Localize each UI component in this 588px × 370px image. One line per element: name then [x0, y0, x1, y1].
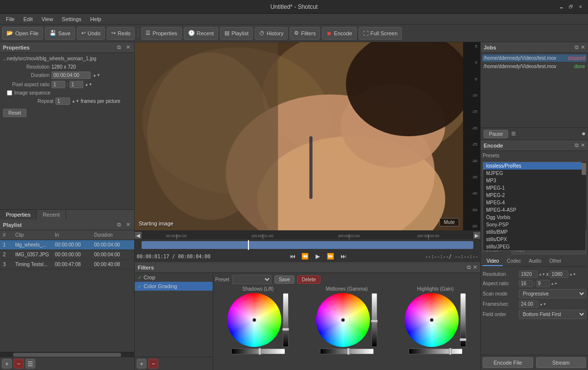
encode-res-h-arrows[interactable]: ▲▼ [569, 272, 576, 276]
save-preset-btn[interactable]: Save [274, 275, 294, 284]
filters-close-btn[interactable]: ✕ [473, 264, 477, 271]
transport-next-btn[interactable]: ⏩ [326, 251, 336, 261]
preset-mp3[interactable]: MP3 [483, 177, 586, 184]
minimize-btn[interactable]: 🗕 [558, 3, 564, 10]
transport-play-btn[interactable]: ▶ [313, 251, 323, 261]
encode-aspect-arrows[interactable]: ▲▼ [551, 282, 558, 285]
presets-scrollbar-thumb[interactable] [582, 163, 586, 175]
playlist-scrollbar[interactable] [0, 352, 134, 357]
menu-file[interactable]: File [2, 15, 19, 23]
fullscreen-button[interactable]: ⛶ Full Screen [359, 27, 402, 40]
tab-recent[interactable]: Recent [37, 210, 66, 220]
encode-fps-input[interactable] [519, 300, 539, 308]
pause-button[interactable]: Pause [484, 130, 508, 138]
job-item-2[interactable]: /home/ddennedy/Videos/test.mov done [482, 63, 587, 70]
encode-res-w-arrows[interactable]: ▲▼ [539, 272, 545, 276]
preset-jpeg[interactable]: stills/JPEG [483, 243, 586, 250]
highlights-hue-slider[interactable] [409, 348, 463, 354]
playlist-add-btn[interactable]: + [2, 359, 12, 369]
transport-end-btn[interactable]: ⏭ [339, 251, 348, 261]
preset-select[interactable] [232, 275, 271, 284]
tab-properties[interactable]: Properties [0, 210, 37, 220]
duration-input[interactable] [51, 72, 91, 79]
preset-mpeg4[interactable]: MPEG-4 [483, 199, 586, 206]
playlist-float-btn[interactable]: ⧉ [116, 222, 122, 228]
menu-help[interactable]: Help [86, 15, 105, 23]
encode-aspect-w[interactable] [519, 280, 533, 287]
jobs-close-btn[interactable]: ✕ [581, 44, 585, 50]
jobs-menu-btn[interactable]: ≡ [511, 129, 515, 138]
close-btn[interactable]: ✕ [577, 3, 584, 10]
playlist-remove-btn[interactable]: − [14, 359, 24, 369]
filters-button[interactable]: ⚙ Filters [290, 27, 320, 40]
redo-button[interactable]: ↪ Redo [107, 27, 135, 40]
recent-button[interactable]: 🕐 Recent [184, 27, 219, 40]
timeline-left-btn[interactable]: ◀ [135, 232, 142, 239]
filter-item-color-grading[interactable]: ✓ Color Grading [135, 282, 213, 291]
encode-tab-codec[interactable]: Codec [503, 257, 525, 266]
transport-prev-btn[interactable]: ⏪ [300, 251, 310, 261]
preset-bmp[interactable]: stills/BMP [483, 228, 586, 236]
reset-button[interactable]: Reset [3, 109, 26, 117]
image-sequence-checkbox[interactable] [7, 90, 12, 96]
repeat-input[interactable] [55, 98, 70, 105]
playlist-close-btn[interactable]: ✕ [124, 222, 131, 228]
encode-tab-video[interactable]: Video [483, 257, 503, 266]
delete-preset-btn[interactable]: Delete [297, 275, 320, 284]
jobs-float-btn[interactable]: ⧉ [575, 44, 579, 50]
timeline-right-btn[interactable]: ▶ [473, 232, 480, 239]
encode-field-order-select[interactable]: Bottom Field First [519, 310, 586, 319]
playlist-menu-btn[interactable]: ☰ [25, 359, 35, 369]
presets-scrollbar[interactable] [582, 162, 586, 230]
preset-mpeg4asp[interactable]: MPEG-4-ASP [483, 206, 586, 214]
filter-item-crop[interactable]: ✓ Crop [135, 273, 213, 282]
encode-tab-other[interactable]: Other [545, 257, 565, 266]
list-item[interactable]: 3 Timing Testsl... 00:00:47:08 00:00:40:… [0, 260, 134, 270]
preset-mpeg1[interactable]: MPEG-1 [483, 184, 586, 192]
midtones-brightness-slider[interactable] [371, 293, 377, 347]
encode-tab-audio[interactable]: Audio [525, 257, 545, 266]
properties-close-btn[interactable]: ✕ [124, 44, 131, 51]
stream-button[interactable]: Stream [536, 357, 587, 368]
list-item[interactable]: 1 blg_wheels_... 00:00:00:00 00:00:04:00 [0, 240, 134, 250]
playlist-button[interactable]: ▤ Playlist [220, 27, 253, 40]
history-button[interactable]: ⏱ History [255, 27, 288, 40]
midtones-hue-slider[interactable] [320, 348, 374, 354]
timeline-track[interactable] [142, 241, 473, 249]
menu-edit[interactable]: Edit [20, 15, 37, 23]
filters-float-btn[interactable]: ⧉ [467, 264, 471, 271]
pixel-aspect-h-input[interactable] [70, 81, 83, 88]
undo-button[interactable]: ↩ Undo [77, 27, 105, 40]
preset-lossless[interactable]: lossless/ProRes [483, 162, 586, 170]
presets-list[interactable]: lossless/ProRes MJPEG MP3 MPEG-1 MPEG-2 … [483, 162, 586, 251]
save-button[interactable]: 💾 Save [45, 27, 75, 40]
preset-dpx[interactable]: stills/DPX [483, 236, 586, 243]
filter-add-btn[interactable]: + [137, 359, 147, 369]
encode-close-btn[interactable]: ✕ [581, 142, 585, 148]
pixel-aspect-arrows[interactable]: ▲▼ [85, 82, 93, 87]
highlights-brightness-slider[interactable] [460, 293, 466, 347]
encode-button[interactable]: ⏺ Encode [322, 27, 356, 40]
properties-button[interactable]: ☰ Properties [141, 27, 181, 40]
duration-spinner-up[interactable]: ▲▼ [93, 73, 100, 77]
shadows-wheel-wrapper[interactable] [227, 293, 281, 347]
job-item-1[interactable]: /home/ddennedy/Videos/test.mov stopped [482, 54, 587, 62]
window-controls[interactable]: 🗕 🗗 ✕ [558, 3, 584, 10]
encode-res-h[interactable] [550, 271, 568, 278]
filter-remove-btn[interactable]: − [148, 359, 158, 369]
mute-button[interactable]: Mute [440, 218, 459, 226]
list-item[interactable]: 2 IMG_0357.JPG 00:00:00:00 00:00:04:00 [0, 250, 134, 260]
transport-start-btn[interactable]: ⏮ [288, 251, 297, 261]
open-file-button[interactable]: 📂 Open File [2, 27, 43, 40]
pixel-aspect-w-input[interactable] [51, 81, 65, 88]
menu-settings[interactable]: Settings [58, 15, 85, 23]
preset-ogg[interactable]: Ogg Vorbis [483, 214, 586, 221]
highlights-wheel-wrapper[interactable] [405, 293, 459, 347]
midtones-wheel-wrapper[interactable] [316, 293, 370, 347]
repeat-arrows[interactable]: ▲▼ [72, 99, 79, 103]
maximize-btn[interactable]: 🗗 [567, 3, 574, 10]
encode-res-w[interactable] [519, 271, 538, 278]
preset-mjpeg[interactable]: MJPEG [483, 170, 586, 177]
preset-psp[interactable]: Sony-PSP [483, 221, 586, 228]
encode-file-button[interactable]: Encode File [483, 357, 533, 368]
